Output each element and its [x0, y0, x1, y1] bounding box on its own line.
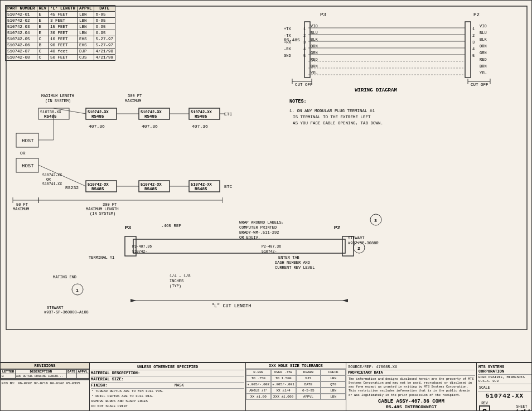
finish-row: FINISH: MASK	[91, 383, 244, 389]
p2-connector-text2: 510742-	[262, 250, 277, 254]
material-desc-label: MATERIAL DESCRIPTION:	[91, 371, 147, 375]
p3-wiring-label: P3	[320, 12, 326, 18]
tol-appvl-h: APPVL	[296, 394, 321, 400]
510742-label5: 510742-XX	[141, 182, 162, 187]
wire-blk-p2: BLK	[480, 37, 487, 42]
val-407-2: 407.36	[142, 124, 158, 129]
scale-label: SCALE	[479, 386, 490, 390]
host-label1: HOST	[22, 138, 34, 144]
title-info-section: SOURCE/REF: 470085-XX PROPRIETARY DATA T…	[346, 363, 477, 410]
rev-col-desc: DESCRIPTION	[15, 370, 66, 374]
tol-date-h: DATE	[296, 381, 321, 388]
stewart-label2-line1: STEWART	[348, 236, 364, 240]
sheet-label: SHEET	[516, 405, 530, 409]
eco-val2: 97-0716	[34, 381, 48, 385]
thread-note: * THREAD DEPTHS ARE TO MIN FULL VDS.	[91, 389, 244, 394]
drill-note: * DRILL DEPTHS ARE TO FULL DIA.	[91, 394, 244, 399]
unless-note: UNLESS OTHERWISE SPECIFIED	[91, 364, 244, 370]
mating-end-label: MATING END	[53, 275, 76, 279]
material-size-label: MATERIAL SIZE:	[91, 377, 147, 381]
enter-tab-line3: CURRENT REV LEVEL	[275, 265, 315, 270]
eco-row: ECO NO: 96-0282 97-0716 00-0142 05-0335	[1, 380, 89, 386]
eco-val3: 00-0142	[50, 381, 64, 385]
300ft-bot-sublabel2: (IN SYSTEM)	[90, 211, 115, 216]
drawing-svg: P3 P2 RS-485 +TX -TX +RX -RX GND 1 2 3 4…	[5, 5, 528, 368]
host-label2: HOST	[22, 163, 34, 169]
material-desc-row: MATERIAL DESCRIPTION:	[91, 370, 244, 376]
signal-rx-pos: +RX	[284, 40, 291, 45]
510742-rs485-4: RS485	[91, 187, 104, 191]
tol-cell-3: TO .750	[246, 375, 271, 381]
notes-header: NOTES:	[289, 99, 307, 104]
part-number-block: 510742-XX REV C SHEET 1 of 1	[478, 391, 531, 411]
510738-rs485: RS485	[44, 114, 57, 119]
tol-qtg-h: QTG	[321, 381, 346, 388]
tol-angles: ANGLE ±2°	[246, 388, 271, 394]
510742-rs485-3: RS485	[195, 114, 207, 119]
revisions-table: LETTER DESCRIPTION DATE APPVL B ADD DETA…	[1, 369, 89, 380]
signal-gnd: GND	[284, 54, 291, 58]
burr-note: REMOVE BURRS AND SHARP EDGES	[91, 399, 244, 404]
wire-orn-p2: ORN	[480, 44, 487, 49]
tol-appvl-v: LBN	[321, 394, 346, 400]
eco-val4: 05-0335	[66, 381, 80, 385]
terminal-label: TERMINAL #1	[89, 255, 114, 260]
cut-length-arrow-right	[342, 299, 348, 302]
rev-desc-b: ADD DETAIL DRAWING LENGTH...	[15, 374, 66, 379]
note1-line1: 1. ON ANY MODULAR PLUG TERMINAL #1	[289, 109, 375, 113]
stewart-label1-line1: STEWART	[47, 306, 63, 310]
title-bottom: CABLE ASSY-407.36 COMM RS-485 INTERCONNE…	[347, 399, 475, 409]
max-length-label: MAXIMUM LENGTH	[41, 94, 74, 98]
proprietary-header: PROPRIETARY DATA	[347, 370, 475, 376]
p3-cable-label: P3	[125, 225, 131, 231]
cable-body	[133, 239, 345, 253]
tol-cell-6: +.005/-.001	[271, 381, 296, 388]
company-city: EDEN PRAIRIE, MINNESOTA U.S.A. 0.0	[478, 375, 531, 384]
drawing-subtitle: RS-485 INTERCONNECT	[347, 404, 475, 409]
mask-label: MASK	[175, 383, 184, 388]
510742-label6: 510742-XX	[191, 182, 212, 187]
pin2-right: 2	[472, 33, 475, 38]
etc-label-bot: ETC	[224, 184, 233, 189]
510742-rs485-2: RS485	[144, 114, 157, 119]
wrap-label-line2: COMPUTER PRINTED	[239, 225, 277, 230]
rev-date-b	[66, 374, 76, 379]
material-section: UNLESS OTHERWISE SPECIFIED MATERIAL DESC…	[90, 363, 246, 410]
510742-or-510741-label: 510742-XX	[42, 173, 62, 177]
doc-number-section: MTS SYSTEMS CORPORATION EDEN PRAIRIE, MI…	[477, 363, 532, 410]
pin4-right: 4	[472, 47, 475, 51]
tol-qtg-v: LBN	[321, 388, 346, 394]
rev-col-date: DATE	[66, 370, 76, 374]
eco-label: ECO NO:	[2, 381, 16, 385]
cut-off-right: CUT OFF	[471, 83, 489, 87]
signal-tx-pos: +TX	[284, 27, 291, 31]
wrap-label-line3: BRADY-WM-.511-292	[239, 230, 279, 235]
eco-val1: 96-0282	[18, 381, 32, 385]
pin3-right: 3	[472, 40, 475, 45]
quarter-inches-label1: 1/4 - 1/8	[170, 274, 191, 278]
scale-note: DO NOT SCALE PRINT	[91, 404, 244, 409]
or-label2: OR	[46, 178, 51, 182]
510741-label: 510741-XX	[42, 182, 62, 186]
wire-blu-p2: BLU	[480, 31, 487, 35]
wire-red-p2: RED	[480, 57, 487, 62]
tolerances-section: XXX HOLE SIZE TOLERANCE 0.000 OVER .750 …	[246, 363, 346, 410]
cut-length-label: "L" CUT LENGTH	[211, 303, 251, 309]
cut-off-left: CUT OFF	[295, 83, 313, 87]
510742-label1: 510742-XX	[88, 110, 109, 114]
p2-connector-text1: P2-407.36	[262, 245, 281, 249]
callout-2-text: 2	[357, 246, 360, 251]
sheet-val: 1 of 1	[516, 409, 530, 411]
50ft-label: 50 FT	[16, 202, 28, 207]
material-size-row: MATERIAL SIZE:	[91, 376, 244, 383]
revisions-section: REVISIONS LETTER DESCRIPTION DATE APPVL …	[1, 363, 90, 410]
tol-header: XXX HOLE SIZE TOLERANCE	[246, 363, 346, 369]
tol-grid: 0.000 OVER .750 DRAWN CHECK TO .750 TO 1…	[246, 369, 346, 400]
510742-label2: 510742-XX	[141, 110, 162, 114]
510742-rs485-6: RS485	[195, 187, 207, 191]
wiring-diagram-label: WIRING DIAGRAM	[355, 88, 397, 93]
510738-label: 510738-XX	[40, 110, 62, 114]
rev-letter-display: C	[479, 405, 490, 411]
note1-line3: AS YOU FACE CABLE OPENING, TAB DOWN.	[293, 121, 383, 125]
note1-line2: IS TERMINAL TO THE EXTREME LEFT	[293, 115, 371, 119]
